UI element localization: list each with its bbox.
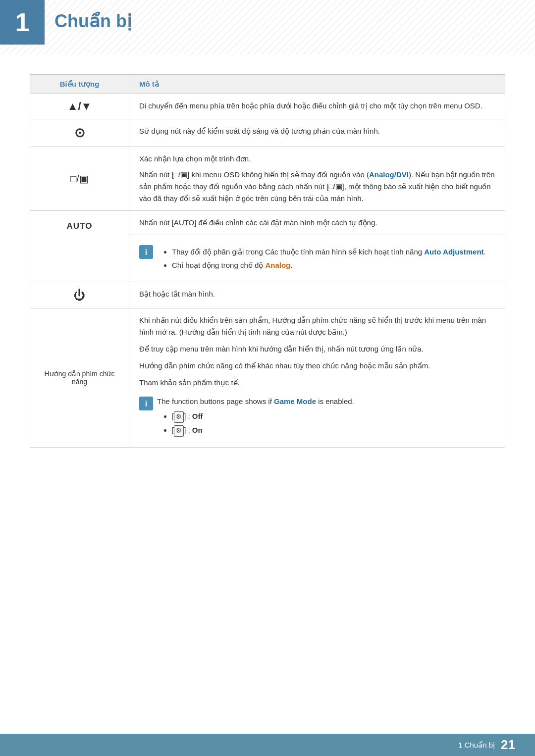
table-row-function-keys: Hướng dẫn phím chức năng Khi nhấn nút đi… xyxy=(30,308,505,448)
desc-nav-arrows: Di chuyển đến menu phía trên hoặc phía d… xyxy=(129,94,505,119)
chapter-number: 1 xyxy=(15,7,30,37)
note-box-auto: i Thay đổi độ phân giải trong Các thuộc … xyxy=(139,244,495,273)
note-box-function: i The function buttons page shows if Gam… xyxy=(139,396,495,438)
game-icon-off: ⚙ xyxy=(174,411,184,423)
column-header-icon: Biểu tượng xyxy=(30,75,129,94)
icon-source: □/▣ xyxy=(30,147,129,211)
desc-brightness: Sử dụng nút này để kiểm soát độ sáng và … xyxy=(129,119,505,147)
desc-power: Bật hoặc tắt màn hình. xyxy=(129,282,505,308)
table-row: ⊙ Sử dụng nút này để kiểm soát độ sáng v… xyxy=(30,119,505,147)
table-row: □/▣ Xác nhận lựa chọn một trình đơn. Nhấ… xyxy=(30,147,505,211)
table-row: ⏻ Bật hoặc tắt màn hình. xyxy=(30,282,505,308)
chapter-box: 1 xyxy=(0,0,45,45)
page-header: 1 Chuẩn bị xyxy=(0,0,535,54)
column-header-desc: Mô tả xyxy=(129,75,505,94)
svg-text:i: i xyxy=(145,248,147,256)
icon-auto: AUTO xyxy=(30,211,129,282)
footer-page-number: 21 xyxy=(501,737,515,753)
symbols-table: Biểu tượng Mô tả ▲/▼ Di chuyển đến menu … xyxy=(30,74,505,448)
desc-auto: Nhấn nút [AUTO] để điều chỉnh các cài đặ… xyxy=(129,211,505,282)
svg-text:i: i xyxy=(145,400,147,408)
icon-brightness: ⊙ xyxy=(30,119,129,147)
note-icon-function: i xyxy=(139,397,153,410)
footer-label: 1 Chuẩn bị xyxy=(458,741,495,750)
table-row: ▲/▼ Di chuyển đến menu phía trên hoặc ph… xyxy=(30,94,505,119)
page-footer: 1 Chuẩn bị 21 xyxy=(0,734,535,756)
icon-power: ⏻ xyxy=(30,282,129,308)
content-area: Biểu tượng Mô tả ▲/▼ Di chuyển đến menu … xyxy=(0,54,535,477)
icon-function-keys: Hướng dẫn phím chức năng xyxy=(30,308,129,448)
table-row-auto: AUTO Nhấn nút [AUTO] để điều chỉnh các c… xyxy=(30,211,505,282)
game-icon-on: ⚙ xyxy=(174,425,184,437)
desc-function-keys: Khi nhấn nút điều khiển trên sản phẩm, H… xyxy=(129,308,505,448)
note-icon: i xyxy=(139,245,153,259)
desc-source: Xác nhận lựa chọn một trình đơn. Nhấn nú… xyxy=(129,147,505,211)
icon-nav-arrows: ▲/▼ xyxy=(30,94,129,119)
chapter-title: Chuẩn bị xyxy=(54,11,132,32)
